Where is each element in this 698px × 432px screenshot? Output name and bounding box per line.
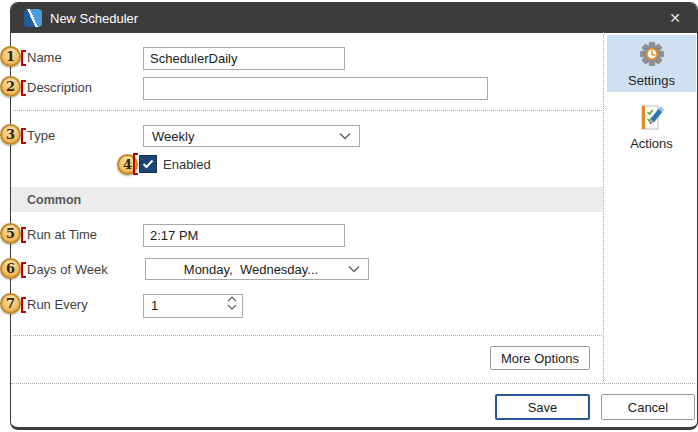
separator-above-buttons (11, 383, 695, 384)
separator-after-description (13, 110, 602, 111)
spinner-down-icon[interactable] (227, 304, 237, 310)
common-section-label: Common (27, 193, 81, 207)
chevron-down-icon (339, 132, 351, 140)
annotation-bracket-type (21, 128, 26, 144)
more-options-button[interactable]: More Options (490, 346, 590, 370)
chevron-down-icon (348, 265, 360, 273)
separator-after-run-every (13, 335, 602, 336)
callout-5: 5 (0, 223, 21, 244)
description-input[interactable] (143, 77, 488, 100)
checklist-pencil-icon (637, 103, 667, 133)
enabled-label: Enabled (163, 157, 211, 172)
dialog-new-scheduler: New Scheduler ✕ (10, 2, 698, 430)
sidebar-item-settings[interactable]: Settings (607, 35, 696, 92)
save-button[interactable]: Save (495, 394, 590, 420)
callout-1: 1 (0, 46, 21, 67)
sidebar-item-actions[interactable]: Actions (607, 98, 696, 155)
annotation-bracket-run-every (21, 297, 26, 313)
gear-clock-icon (637, 40, 667, 70)
name-input[interactable] (143, 47, 345, 70)
check-icon (142, 159, 154, 169)
type-label: Type (27, 128, 55, 143)
callout-7: 7 (0, 293, 21, 314)
separator-sidebar (603, 32, 604, 383)
window-title: New Scheduler (50, 11, 138, 26)
annotation-bracket-enabled (133, 153, 138, 175)
annotation-bracket-days-of-week (21, 262, 26, 278)
enabled-checkbox[interactable] (139, 155, 157, 173)
run-at-time-input[interactable] (143, 224, 345, 247)
run-every-stepper[interactable]: 1 (143, 294, 243, 318)
description-label: Description (27, 80, 92, 95)
callout-2: 2 (0, 76, 21, 97)
type-select[interactable]: Weekly (143, 125, 360, 147)
app-logo-icon (24, 9, 42, 27)
run-every-value: 1 (151, 298, 158, 313)
days-of-week-value: Monday, Wednesday... (154, 262, 348, 277)
type-select-value: Weekly (152, 129, 339, 144)
cancel-button[interactable]: Cancel (601, 394, 695, 420)
close-icon[interactable]: ✕ (669, 11, 681, 25)
titlebar[interactable]: New Scheduler ✕ (11, 3, 697, 33)
run-every-label: Run Every (27, 297, 88, 312)
run-at-time-label: Run at Time (27, 227, 97, 242)
callout-6: 6 (0, 258, 21, 279)
annotation-bracket-name (21, 50, 26, 66)
common-section-header: Common (11, 187, 603, 212)
sidebar-actions-label: Actions (630, 136, 673, 151)
screenshot-canvas: New Scheduler ✕ Name Description Type En… (0, 0, 698, 432)
spinner-up-icon[interactable] (227, 296, 237, 302)
name-label: Name (27, 50, 62, 65)
days-of-week-select[interactable]: Monday, Wednesday... (145, 258, 369, 280)
days-of-week-label: Days of Week (27, 262, 108, 277)
callout-3: 3 (0, 124, 21, 145)
annotation-bracket-run-at-time (21, 227, 26, 243)
annotation-bracket-description (21, 80, 26, 96)
sidebar-settings-label: Settings (628, 73, 675, 88)
